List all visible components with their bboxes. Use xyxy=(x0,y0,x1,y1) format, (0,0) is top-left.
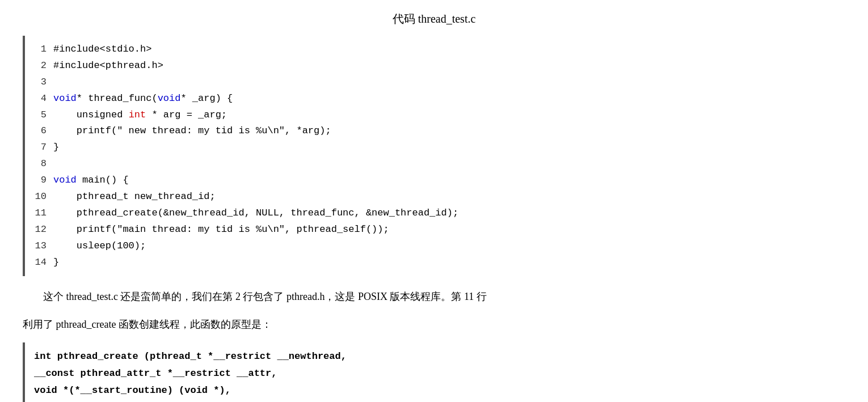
code-line-11: 11 pthread_create(&new_thread_id, NULL, … xyxy=(31,205,845,222)
line-num-10: 10 xyxy=(31,189,47,205)
code-text-12: printf("main thread: my tid is %u\n", pt… xyxy=(53,222,389,238)
line-num-3: 3 xyxy=(31,74,47,91)
code-line-8: 8 xyxy=(31,156,845,172)
line-num-9: 9 xyxy=(31,172,47,189)
code-line-5: 5 unsigned int * arg = _arg; xyxy=(31,107,845,124)
code-line-1: 1 #include<stdio.h> xyxy=(31,41,845,58)
code-text-4: void* thread_func(void* _arg) { xyxy=(53,91,233,107)
code-text-1: #include<stdio.h> xyxy=(53,41,151,58)
code-line-10: 10 pthread_t new_thread_id; xyxy=(31,189,845,205)
code-text-10: pthread_t new_thread_id; xyxy=(53,189,216,205)
code-text-9: void main() { xyxy=(53,172,129,189)
code-text-3 xyxy=(53,74,59,91)
description-line2: 利用了 pthread_create 函数创建线程，此函数的原型是： xyxy=(23,315,845,333)
proto-line-3: void *(*__start_routine) (void *), xyxy=(34,382,836,399)
code-line-14: 14 } xyxy=(31,255,845,271)
line-num-4: 4 xyxy=(31,91,47,107)
page-title: 代码 thread_test.c xyxy=(23,11,845,27)
code-block-prototype: int pthread_create (pthread_t *__restric… xyxy=(23,342,845,402)
code-line-13: 13 usleep(100); xyxy=(31,238,845,255)
line-num-8: 8 xyxy=(31,156,47,172)
code-text-14: } xyxy=(53,255,59,271)
line-num-5: 5 xyxy=(31,107,47,124)
code-text-2: #include<pthread.h> xyxy=(53,58,163,74)
proto-line-1: int pthread_create (pthread_t *__restric… xyxy=(34,348,836,365)
code-line-9: 9 void main() { xyxy=(31,172,845,189)
code-text-7: } xyxy=(53,139,59,156)
code-line-6: 6 printf(" new thread: my tid is %u\n", … xyxy=(31,123,845,139)
description-line1: 这个 thread_test.c 还是蛮简单的，我们在第 2 行包含了 pthr… xyxy=(23,287,845,306)
line-num-7: 7 xyxy=(31,139,47,156)
proto-line-4: void *__restrict __arg) __THROW __nonnul… xyxy=(34,399,836,403)
code-line-2: 2 #include<pthread.h> xyxy=(31,58,845,74)
code-line-3: 3 xyxy=(31,74,845,91)
code-text-13: usleep(100); xyxy=(53,238,146,255)
line-num-2: 2 xyxy=(31,58,47,74)
line-num-1: 1 xyxy=(31,41,47,58)
code-text-6: printf(" new thread: my tid is %u\n", *a… xyxy=(53,123,331,139)
code-text-11: pthread_create(&new_thread_id, NULL, thr… xyxy=(53,205,458,222)
code-text-8 xyxy=(53,156,59,172)
description-paragraph: 这个 thread_test.c 还是蛮简单的，我们在第 2 行包含了 pthr… xyxy=(23,287,845,333)
line-num-13: 13 xyxy=(31,238,47,255)
code-line-4: 4 void* thread_func(void* _arg) { xyxy=(31,91,845,107)
code-text-5: unsigned int * arg = _arg; xyxy=(53,107,227,124)
line-num-12: 12 xyxy=(31,222,47,238)
code-line-12: 12 printf("main thread: my tid is %u\n",… xyxy=(31,222,845,238)
proto-line-2: __const pthread_attr_t *__restrict __att… xyxy=(34,365,836,382)
code-block-main: 1 #include<stdio.h> 2 #include<pthread.h… xyxy=(23,36,845,276)
code-line-7: 7 } xyxy=(31,139,845,156)
line-num-6: 6 xyxy=(31,123,47,139)
line-num-11: 11 xyxy=(31,205,47,222)
line-num-14: 14 xyxy=(31,255,47,271)
